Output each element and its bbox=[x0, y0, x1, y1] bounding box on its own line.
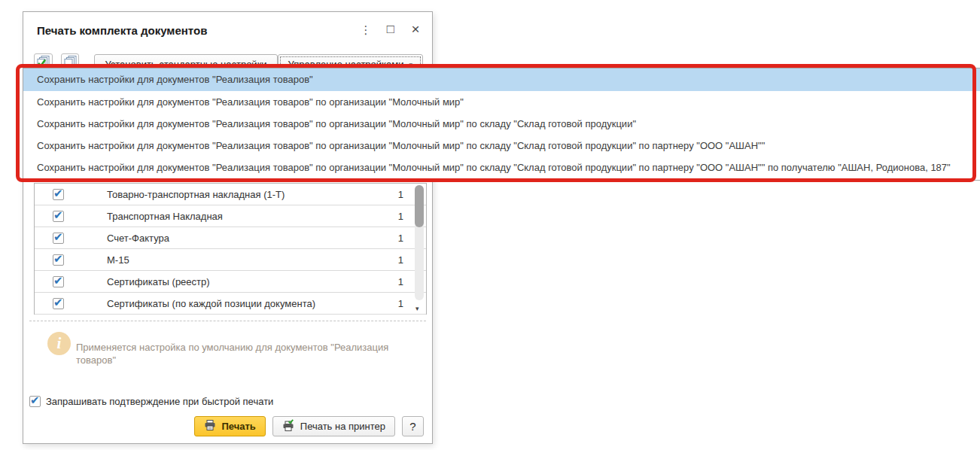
window-controls: ⋮ □ × bbox=[357, 21, 425, 39]
printer-icon bbox=[204, 419, 216, 433]
menu-item-save-settings-org-warehouse-partner[interactable]: Сохранить настройки для документов "Реал… bbox=[23, 135, 980, 157]
menu-item-save-settings[interactable]: Сохранить настройки для документов "Реал… bbox=[23, 68, 980, 91]
document-name: Сертификаты (реестр) bbox=[107, 276, 210, 287]
help-button-label: ? bbox=[409, 420, 415, 433]
scroll-down-icon[interactable]: ▾ bbox=[415, 305, 419, 312]
row-checkbox[interactable]: ✔ bbox=[53, 233, 64, 244]
documents-table: ✔ Товарно-транспортная накладная (1-Т) 1… bbox=[34, 183, 427, 315]
print-button[interactable]: Печать bbox=[194, 416, 265, 436]
check-icon: ✔ bbox=[53, 252, 63, 266]
more-menu-icon[interactable]: ⋮ bbox=[357, 21, 375, 39]
dialog-title: Печать комплекта документов bbox=[37, 24, 207, 37]
copies-count[interactable]: 1 bbox=[398, 254, 403, 266]
copies-count[interactable]: 1 bbox=[398, 276, 403, 287]
check-icon: ✔ bbox=[53, 274, 63, 287]
table-row[interactable]: ✔ Сертификаты (по каждой позиции докумен… bbox=[35, 293, 426, 315]
check-icon: ✔ bbox=[53, 187, 63, 200]
maximize-icon[interactable]: □ bbox=[382, 20, 400, 38]
row-checkbox[interactable]: ✔ bbox=[53, 276, 64, 287]
document-name: Товарно-транспортная накладная (1-Т) bbox=[107, 189, 285, 200]
document-name: Счет-Фактура bbox=[107, 233, 169, 244]
footer-buttons: Печать Печать на принтер ? bbox=[194, 416, 424, 436]
table-row[interactable]: ✔ Сертификаты (реестр) 1 bbox=[35, 271, 426, 293]
table-row[interactable]: ✔ М-15 1 bbox=[35, 249, 426, 271]
scrollbar-thumb[interactable] bbox=[415, 185, 424, 227]
close-icon[interactable]: × bbox=[406, 20, 425, 38]
confirm-checkbox[interactable]: ✔ bbox=[29, 396, 41, 407]
check-icon: ✔ bbox=[53, 296, 63, 309]
menu-item-save-settings-org[interactable]: Сохранить настройки для документов "Реал… bbox=[23, 91, 980, 113]
confirm-checkbox-label: Запрашивать подтверждение при быстрой пе… bbox=[46, 396, 273, 407]
vertical-scrollbar[interactable]: ▾ bbox=[415, 185, 424, 312]
copies-count[interactable]: 1 bbox=[398, 211, 403, 222]
row-checkbox[interactable]: ✔ bbox=[53, 298, 64, 309]
titlebar: Печать комплекта документов ⋮ □ × bbox=[23, 12, 432, 48]
document-name: Транспортная Накладная bbox=[107, 211, 223, 222]
print-to-printer-label: Печать на принтер bbox=[300, 421, 385, 432]
copies-count[interactable]: 1 bbox=[398, 233, 403, 244]
table-row[interactable]: ✔ Товарно-транспортная накладная (1-Т) 1 bbox=[35, 184, 426, 205]
document-name: М-15 bbox=[107, 254, 129, 266]
table-row[interactable]: ✔ Транспортная Накладная 1 bbox=[35, 205, 426, 227]
menu-item-save-settings-org-warehouse[interactable]: Сохранить настройки для документов "Реал… bbox=[23, 113, 980, 135]
copies-count[interactable]: 1 bbox=[398, 189, 403, 200]
manage-settings-menu: Сохранить настройки для документов "Реал… bbox=[23, 68, 980, 181]
document-name: Сертификаты (по каждой позиции документа… bbox=[107, 298, 315, 309]
menu-item-save-settings-org-warehouse-partner-recipient[interactable]: Сохранить настройки для документов "Реал… bbox=[23, 157, 980, 178]
table-row[interactable]: ✔ Счет-Фактура 1 bbox=[35, 227, 426, 249]
print-to-printer-button[interactable]: Печать на принтер bbox=[272, 416, 395, 436]
help-button[interactable]: ? bbox=[402, 416, 424, 436]
row-checkbox[interactable]: ✔ bbox=[53, 211, 64, 222]
screen: Печать комплекта документов ⋮ □ × bbox=[0, 0, 980, 450]
info-icon: i bbox=[47, 332, 71, 355]
row-checkbox[interactable]: ✔ bbox=[53, 254, 64, 266]
default-settings-note: Применяется настройка по умолчанию для д… bbox=[76, 341, 395, 366]
confirm-checkbox-row[interactable]: ✔ Запрашивать подтверждение при быстрой … bbox=[29, 396, 273, 407]
check-icon: ✔ bbox=[53, 208, 63, 222]
printer-check-icon bbox=[282, 419, 295, 434]
row-checkbox[interactable]: ✔ bbox=[53, 189, 64, 200]
print-button-label: Печать bbox=[221, 421, 255, 432]
check-icon: ✔ bbox=[53, 230, 63, 244]
splitter-handle[interactable] bbox=[29, 321, 426, 321]
check-icon: ✔ bbox=[30, 394, 40, 407]
copies-count[interactable]: 1 bbox=[398, 298, 403, 309]
